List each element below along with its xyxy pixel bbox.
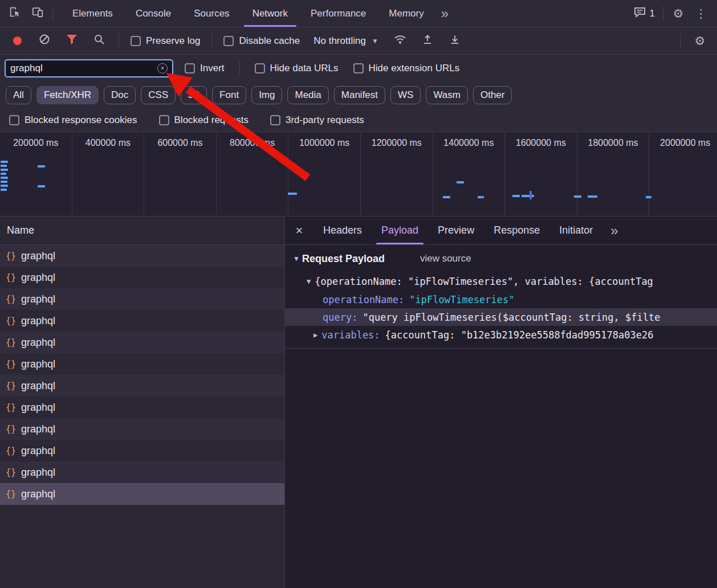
more-detail-tabs-button[interactable]: » <box>605 223 622 239</box>
blocked-response-cookies-checkbox[interactable] <box>9 115 19 125</box>
table-row[interactable]: {}graphql <box>0 332 284 353</box>
tab-preview[interactable]: Preview <box>428 217 484 244</box>
collapse-section-icon[interactable]: ▼ <box>293 255 300 263</box>
main-menu-button[interactable]: ⋮ <box>690 2 712 25</box>
export-har-button[interactable] <box>443 30 466 52</box>
record-icon <box>13 36 22 45</box>
tab-network[interactable]: Network <box>241 0 299 27</box>
requests-table-panel: Name {}graphql {}graphql {}graphql {}gra… <box>0 217 285 588</box>
type-filter-ws[interactable]: WS <box>390 86 421 104</box>
preserve-log-checkbox[interactable] <box>131 36 141 46</box>
table-row[interactable]: {}graphql <box>0 375 284 397</box>
type-filter-fetch-xhr[interactable]: Fetch/XHR <box>36 86 99 104</box>
network-overview-timeline[interactable]: 200000 ms 400000 ms 600000 ms 800000 ms … <box>0 132 717 217</box>
preserve-log-label: Preserve log <box>146 35 200 47</box>
import-har-button[interactable] <box>416 30 439 52</box>
json-braces-icon: {} <box>6 381 16 391</box>
disable-cache-label: Disable cache <box>239 35 300 47</box>
json-braces-icon: {} <box>6 316 16 326</box>
type-filter-other[interactable]: Other <box>473 86 512 104</box>
waterfall-bar <box>38 165 45 168</box>
throttling-dropdown[interactable]: No throttling ▼ <box>308 35 384 47</box>
record-network-log-button[interactable] <box>6 30 28 52</box>
tab-initiator[interactable]: Initiator <box>549 217 602 244</box>
table-row-selected[interactable]: {}graphql <box>0 483 284 505</box>
more-panels-button[interactable]: » <box>435 0 453 27</box>
type-filter-media[interactable]: Media <box>287 86 328 104</box>
name-column-header: Name <box>7 224 34 236</box>
waterfall-bar <box>529 191 532 199</box>
clear-network-log-button[interactable] <box>33 30 56 52</box>
type-filter-all[interactable]: All <box>6 86 31 104</box>
table-row[interactable]: {}graphql <box>0 288 284 310</box>
clear-icon <box>39 34 50 48</box>
payload-content: ▼ Request Payload view source ▼ {operati… <box>285 245 717 349</box>
type-filter-wasm[interactable]: Wasm <box>426 86 468 104</box>
waterfall-bar <box>1 181 7 183</box>
message-bubble-icon <box>634 7 646 21</box>
type-filter-img[interactable]: Img <box>251 86 282 104</box>
table-row[interactable]: {}graphql <box>0 418 284 440</box>
close-details-button[interactable]: × <box>285 223 313 238</box>
requests-table-header[interactable]: Name <box>0 217 284 245</box>
device-toolbar-button[interactable] <box>26 2 49 25</box>
table-row[interactable]: {}graphql <box>0 245 284 267</box>
payload-entry-row[interactable]: operationName: "ipFlowTimeseries" <box>285 291 717 308</box>
blocked-requests-checkbox[interactable] <box>159 115 169 125</box>
third-party-requests-checkbox[interactable] <box>270 115 280 125</box>
payload-value: "query ipFlowTimeseries($accountTag: str… <box>362 312 660 323</box>
type-filter-manifest[interactable]: Manifest <box>334 86 385 104</box>
issues-counter[interactable]: 1 <box>629 7 659 21</box>
filter-input[interactable] <box>10 63 157 74</box>
network-conditions-button[interactable] <box>389 30 412 52</box>
network-settings-button[interactable]: ⚙ <box>689 30 711 52</box>
payload-section-title: Request Payload <box>302 253 385 265</box>
tab-console[interactable]: Console <box>124 0 182 27</box>
payload-value: "ipFlowTimeseries" <box>409 294 514 305</box>
type-filter-css[interactable]: CSS <box>141 86 176 104</box>
payload-root-row[interactable]: ▼ {operationName: "ipFlowTimeseries", va… <box>285 272 717 291</box>
tab-performance[interactable]: Performance <box>299 0 377 27</box>
table-row[interactable]: {}graphql <box>0 462 284 483</box>
waterfall-bar <box>1 165 7 167</box>
waterfall-bar <box>38 185 45 187</box>
filter-toggle-button[interactable] <box>60 30 83 52</box>
payload-entry-row[interactable]: query: "query ipFlowTimeseries($accountT… <box>285 308 717 326</box>
close-icon: × <box>296 223 303 238</box>
table-row[interactable]: {}graphql <box>0 267 284 288</box>
hide-data-urls-checkbox[interactable] <box>255 63 265 74</box>
request-name: graphql <box>21 467 55 479</box>
table-row[interactable]: {}graphql <box>0 310 284 332</box>
type-filter-font[interactable]: Font <box>212 86 246 104</box>
tab-memory[interactable]: Memory <box>377 0 435 27</box>
clear-filter-icon[interactable]: × <box>157 63 168 74</box>
inspect-element-button[interactable] <box>3 2 26 25</box>
tab-headers[interactable]: Headers <box>313 217 372 244</box>
request-name: graphql <box>21 315 55 327</box>
hide-extension-urls-checkbox[interactable] <box>353 63 364 74</box>
table-row[interactable]: {}graphql <box>0 353 284 375</box>
type-filter-doc[interactable]: Doc <box>104 86 136 104</box>
waterfall-bar <box>478 196 484 198</box>
payload-entry-row[interactable]: ▶ variables: {accountTag: "b12e3b2192ee5… <box>285 326 717 344</box>
divider <box>680 34 681 48</box>
tab-payload[interactable]: Payload <box>372 217 428 244</box>
expander-open-icon[interactable]: ▼ <box>307 277 311 285</box>
settings-button[interactable]: ⚙ <box>667 2 690 25</box>
disable-cache-checkbox[interactable] <box>223 36 234 46</box>
waterfall-bar <box>646 196 651 198</box>
search-icon <box>93 34 105 48</box>
expander-closed-icon[interactable]: ▶ <box>313 331 317 339</box>
hide-extension-urls-label: Hide extension URLs <box>369 63 460 74</box>
view-source-link[interactable]: view source <box>420 253 471 264</box>
type-filter-js[interactable]: JS <box>181 86 207 104</box>
tab-response[interactable]: Response <box>484 217 549 244</box>
search-network-button[interactable] <box>88 30 111 52</box>
tab-sources[interactable]: Sources <box>182 0 241 27</box>
table-row[interactable]: {}graphql <box>0 397 284 418</box>
devtools-tabbar: Elements Console Sources Network Perform… <box>0 0 717 27</box>
issues-count-label: 1 <box>650 8 655 19</box>
table-row[interactable]: {}graphql <box>0 440 284 462</box>
tab-elements[interactable]: Elements <box>61 0 124 27</box>
invert-checkbox[interactable] <box>185 63 195 74</box>
